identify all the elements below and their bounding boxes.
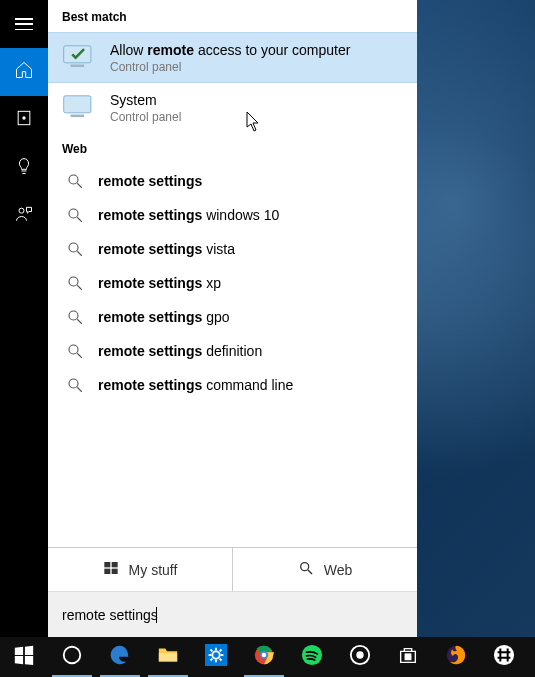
edge-icon bbox=[109, 644, 131, 670]
sidebar-feedback[interactable] bbox=[0, 192, 48, 240]
sidebar-home[interactable] bbox=[0, 48, 48, 96]
search-icon bbox=[66, 240, 84, 258]
svg-point-27 bbox=[64, 647, 81, 664]
web-suggestion[interactable]: remote settings bbox=[48, 164, 417, 198]
start-button[interactable] bbox=[0, 637, 48, 677]
svg-rect-24 bbox=[111, 569, 117, 574]
svg-line-18 bbox=[77, 354, 82, 359]
svg-line-20 bbox=[77, 388, 82, 393]
explorer-button[interactable] bbox=[144, 637, 192, 677]
slack-button[interactable] bbox=[480, 637, 528, 677]
search-icon bbox=[66, 274, 84, 292]
web-suggestion-text: remote settings windows 10 bbox=[98, 207, 279, 223]
svg-point-1 bbox=[22, 116, 25, 119]
svg-line-14 bbox=[77, 286, 82, 291]
svg-rect-4 bbox=[71, 65, 85, 68]
web-suggestion-text: remote settings xp bbox=[98, 275, 221, 291]
svg-point-11 bbox=[69, 243, 78, 252]
filter-mystuff[interactable]: My stuff bbox=[48, 548, 233, 591]
svg-point-2 bbox=[19, 208, 24, 213]
taskbar bbox=[0, 637, 535, 677]
web-suggestion-text: remote settings vista bbox=[98, 241, 235, 257]
svg-rect-38 bbox=[408, 654, 410, 656]
filter-web[interactable]: Web bbox=[233, 548, 417, 591]
gear-icon bbox=[205, 644, 227, 670]
cortana-button[interactable] bbox=[48, 637, 96, 677]
chrome-icon bbox=[253, 644, 275, 670]
cortana-sidebar bbox=[0, 0, 48, 637]
svg-point-9 bbox=[69, 209, 78, 218]
result-title: System bbox=[110, 91, 403, 109]
svg-line-10 bbox=[77, 218, 82, 223]
result-title: Allow remote access to your computer bbox=[110, 41, 403, 59]
web-suggestion-text: remote settings bbox=[98, 173, 202, 189]
search-panel: Best match Allow remote access to your c… bbox=[48, 0, 417, 637]
mouse-cursor-icon bbox=[246, 112, 260, 136]
windows-icon bbox=[103, 560, 119, 579]
result-allow-remote[interactable]: Allow remote access to your computer Con… bbox=[48, 32, 417, 83]
svg-rect-37 bbox=[405, 654, 407, 656]
monitor-icon bbox=[62, 94, 96, 118]
windows-logo-icon bbox=[13, 644, 35, 670]
hamburger-icon bbox=[15, 18, 33, 30]
svg-rect-5 bbox=[64, 96, 91, 113]
svg-rect-6 bbox=[71, 115, 85, 118]
svg-point-17 bbox=[69, 345, 78, 354]
web-suggestion[interactable]: remote settings vista bbox=[48, 232, 417, 266]
firefox-button[interactable] bbox=[432, 637, 480, 677]
web-suggestion[interactable]: remote settings windows 10 bbox=[48, 198, 417, 232]
svg-rect-39 bbox=[405, 657, 407, 659]
chrome-button[interactable] bbox=[240, 637, 288, 677]
cortana-icon bbox=[61, 644, 83, 670]
svg-point-19 bbox=[69, 379, 78, 388]
svg-point-36 bbox=[357, 652, 363, 658]
best-match-header: Best match bbox=[48, 0, 417, 32]
settings-button[interactable] bbox=[192, 637, 240, 677]
web-suggestion-text: remote settings command line bbox=[98, 377, 293, 393]
bulb-icon bbox=[14, 156, 34, 180]
svg-line-16 bbox=[77, 320, 82, 325]
home-icon bbox=[14, 60, 34, 84]
sidebar-tips[interactable] bbox=[0, 144, 48, 192]
spotify-button[interactable] bbox=[288, 637, 336, 677]
result-system[interactable]: System Control panel bbox=[48, 83, 417, 132]
web-suggestion[interactable]: remote settings definition bbox=[48, 334, 417, 368]
svg-line-26 bbox=[308, 570, 312, 574]
search-icon bbox=[66, 206, 84, 224]
web-suggestion[interactable]: remote settings gpo bbox=[48, 300, 417, 334]
svg-line-8 bbox=[77, 184, 82, 189]
search-input-text: remote settings bbox=[62, 607, 158, 623]
search-icon bbox=[66, 376, 84, 394]
svg-rect-29 bbox=[205, 644, 227, 666]
svg-rect-23 bbox=[104, 569, 110, 574]
search-icon bbox=[66, 342, 84, 360]
sidebar-menu[interactable] bbox=[0, 0, 48, 48]
filter-row: My stuff Web bbox=[48, 547, 417, 591]
svg-point-42 bbox=[494, 645, 514, 665]
spotify-icon bbox=[301, 644, 323, 670]
svg-point-15 bbox=[69, 311, 78, 320]
sidebar-notebook[interactable] bbox=[0, 96, 48, 144]
search-icon bbox=[66, 308, 84, 326]
text-caret bbox=[156, 607, 157, 623]
svg-rect-21 bbox=[104, 562, 110, 567]
disc-icon bbox=[349, 644, 371, 670]
web-suggestion-text: remote settings definition bbox=[98, 343, 262, 359]
svg-point-25 bbox=[300, 563, 308, 571]
web-suggestion[interactable]: remote settings command line bbox=[48, 368, 417, 402]
svg-rect-28 bbox=[159, 653, 177, 661]
store-button[interactable] bbox=[384, 637, 432, 677]
svg-point-7 bbox=[69, 175, 78, 184]
svg-rect-40 bbox=[408, 657, 410, 659]
hash-icon bbox=[493, 644, 515, 670]
edge-button[interactable] bbox=[96, 637, 144, 677]
search-icon bbox=[298, 560, 314, 579]
search-box[interactable]: remote settings bbox=[48, 591, 417, 637]
web-suggestion-text: remote settings gpo bbox=[98, 309, 230, 325]
store-icon bbox=[397, 644, 419, 670]
person-chat-icon bbox=[14, 204, 34, 228]
svg-point-13 bbox=[69, 277, 78, 286]
svg-line-12 bbox=[77, 252, 82, 257]
media-button[interactable] bbox=[336, 637, 384, 677]
web-suggestion[interactable]: remote settings xp bbox=[48, 266, 417, 300]
